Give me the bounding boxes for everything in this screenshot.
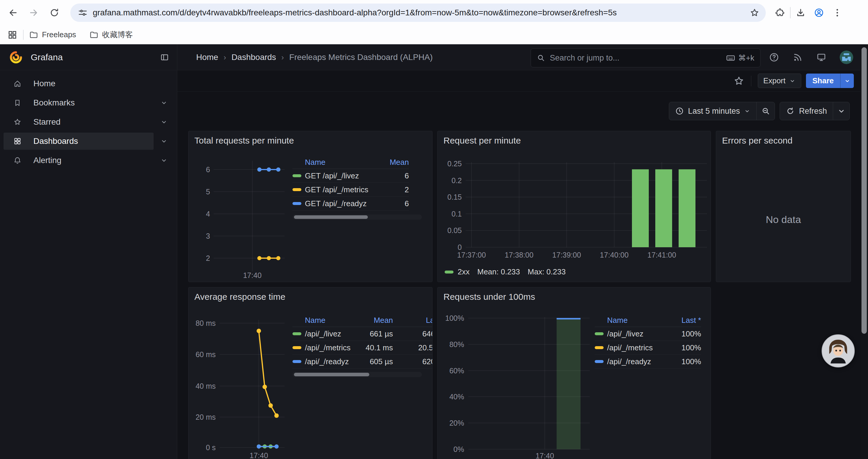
series-swatch <box>292 202 301 205</box>
sidebar-header: Grafana <box>0 44 177 70</box>
sidebar-link-alerting[interactable]: Alerting <box>4 152 154 169</box>
expand-chevron-icon[interactable] <box>157 116 170 129</box>
svg-text:0.15: 0.15 <box>447 193 462 201</box>
favorite-star-icon[interactable] <box>733 75 745 87</box>
share-menu-chevron-icon[interactable] <box>840 73 854 88</box>
panel-title[interactable]: Errors per second <box>716 131 850 145</box>
requests-under-100ms-chart[interactable]: 100%80%60%40%20%0%17:40 <box>438 287 711 459</box>
dashboard-canvas: Last 5 minutes Refresh <box>177 92 868 459</box>
legend-scrollbar[interactable] <box>292 372 422 377</box>
forward-icon[interactable] <box>28 7 39 19</box>
browser-menu-icon[interactable] <box>831 7 843 19</box>
breadcrumb-item[interactable]: Dashboards <box>231 53 276 62</box>
series-label[interactable]: /api/_/livez <box>305 329 354 338</box>
sidebar-link-starred[interactable]: Starred <box>4 113 154 131</box>
share-button[interactable]: Share <box>806 73 854 88</box>
bookmark-item[interactable]: Freeleaps <box>29 30 76 40</box>
series-label[interactable]: GET /api/_/readyz <box>305 199 367 208</box>
dock-menu-icon[interactable] <box>158 51 171 64</box>
request-per-minute-chart[interactable]: 0.250.20.150.10.05017:37:0017:38:0017:39… <box>438 131 711 282</box>
series-label[interactable]: /api/_/livez <box>607 329 644 338</box>
reload-icon[interactable] <box>49 7 60 19</box>
url-input[interactable] <box>93 8 749 18</box>
page-scrollbar[interactable] <box>860 44 868 459</box>
svg-text:0: 0 <box>458 243 462 251</box>
extensions-icon[interactable] <box>774 7 786 19</box>
toolbar-divider <box>790 7 790 18</box>
sidebar-item-alerting: Alerting <box>0 152 177 169</box>
breadcrumb-item[interactable]: Home <box>196 53 218 62</box>
search-shortcut: ⌘+k <box>726 53 754 63</box>
bookmark-item[interactable]: 收藏博客 <box>89 30 133 40</box>
series-label[interactable]: /api/_/readyz <box>305 357 354 366</box>
expand-chevron-icon[interactable] <box>157 135 170 148</box>
series-label[interactable]: GET /api/_/metrics <box>305 185 368 194</box>
series-label[interactable]: /api/_/metrics <box>305 343 354 352</box>
panel-average-response-time: Average response time 80 ms60 ms40 ms20 … <box>188 287 433 459</box>
series-mean: 40.1 ms <box>354 343 393 352</box>
export-button[interactable]: Export <box>758 73 801 88</box>
site-settings-icon[interactable] <box>77 7 89 19</box>
series-mean: Mean: 0.233 <box>477 267 520 276</box>
legend-col-name[interactable]: Name <box>607 316 627 325</box>
svg-text:0.1: 0.1 <box>452 210 462 218</box>
series-swatch <box>445 270 454 273</box>
legend-col-mean[interactable]: Mean <box>354 316 393 325</box>
panel-errors-per-second: Errors per second No data <box>716 131 851 282</box>
time-range-button[interactable]: Last 5 minutes <box>669 102 756 120</box>
downloads-icon[interactable] <box>795 7 807 19</box>
monitor-icon[interactable] <box>816 52 827 63</box>
share-button-label[interactable]: Share <box>806 73 840 88</box>
legend-row: GET /api/_/readyz6 <box>292 197 409 210</box>
top-nav-icons <box>769 44 853 70</box>
legend-col-name[interactable]: Name <box>305 158 325 167</box>
svg-text:80%: 80% <box>450 340 464 349</box>
panel-requests-under-100ms: Requests under 100ms 100%80%60%40%20%0%1… <box>437 287 711 459</box>
sidebar-nav: HomeBookmarksStarredDashboardsAlerting <box>0 70 177 169</box>
series-label[interactable]: /api/_/readyz <box>607 357 651 366</box>
series-last: 20.5 ms <box>393 343 433 352</box>
profile-icon[interactable] <box>813 7 825 19</box>
refresh-group: Refresh <box>780 102 850 120</box>
svg-text:2: 2 <box>206 254 210 262</box>
series-label[interactable]: /api/_/metrics <box>607 343 653 352</box>
back-icon[interactable] <box>7 7 19 19</box>
bookmark-star-icon[interactable] <box>749 7 761 19</box>
refresh-interval-button[interactable] <box>833 102 849 120</box>
series-label[interactable]: GET /api/_/livez <box>305 171 359 181</box>
svg-text:17:39:00: 17:39:00 <box>552 251 581 259</box>
sidebar-link-dashboards[interactable]: Dashboards <box>4 133 154 150</box>
grafana-logo-icon[interactable] <box>9 50 23 64</box>
svg-text:100%: 100% <box>445 314 464 322</box>
apps-grid-icon[interactable] <box>6 29 18 41</box>
legend-col-value[interactable]: Mean <box>390 158 409 167</box>
help-icon[interactable] <box>769 52 779 63</box>
legend-row: /api/_/livez100% <box>595 327 701 341</box>
news-rss-icon[interactable] <box>793 52 803 63</box>
legend-col-last[interactable]: Last * <box>393 316 433 325</box>
sidebar-link-bookmarks[interactable]: Bookmarks <box>4 94 154 111</box>
expand-chevron-icon[interactable] <box>157 96 170 109</box>
refresh-button[interactable]: Refresh <box>780 102 833 120</box>
series-swatch <box>595 360 603 363</box>
search-input[interactable] <box>550 54 726 63</box>
legend-scrollbar[interactable] <box>292 215 422 220</box>
url-bar[interactable] <box>70 4 766 22</box>
user-avatar[interactable] <box>840 51 853 64</box>
floating-assistant-avatar[interactable] <box>822 334 855 367</box>
legend-table: NameMeanLast */api/_/livez661 µs646 µs/a… <box>292 314 433 369</box>
series-swatch <box>292 174 301 177</box>
sidebar-link-home[interactable]: Home <box>4 75 154 92</box>
page-scrollbar-thumb[interactable] <box>862 47 867 334</box>
time-range-group: Last 5 minutes <box>669 102 775 120</box>
search-box[interactable]: ⌘+k <box>531 48 761 67</box>
legend-col-name[interactable]: Name <box>305 316 354 325</box>
series-value: 100% <box>682 357 701 366</box>
legend-row: GET /api/_/metrics2 <box>292 183 409 197</box>
legend-col-value[interactable]: Last * <box>682 316 701 325</box>
expand-chevron-icon[interactable] <box>157 154 170 167</box>
legend-row: /api/_/readyz605 µs620 µs <box>292 355 433 369</box>
zoom-out-button[interactable] <box>756 102 775 120</box>
legend-row: GET /api/_/livez6 <box>292 169 409 183</box>
series-label[interactable]: 2xx <box>458 267 469 276</box>
